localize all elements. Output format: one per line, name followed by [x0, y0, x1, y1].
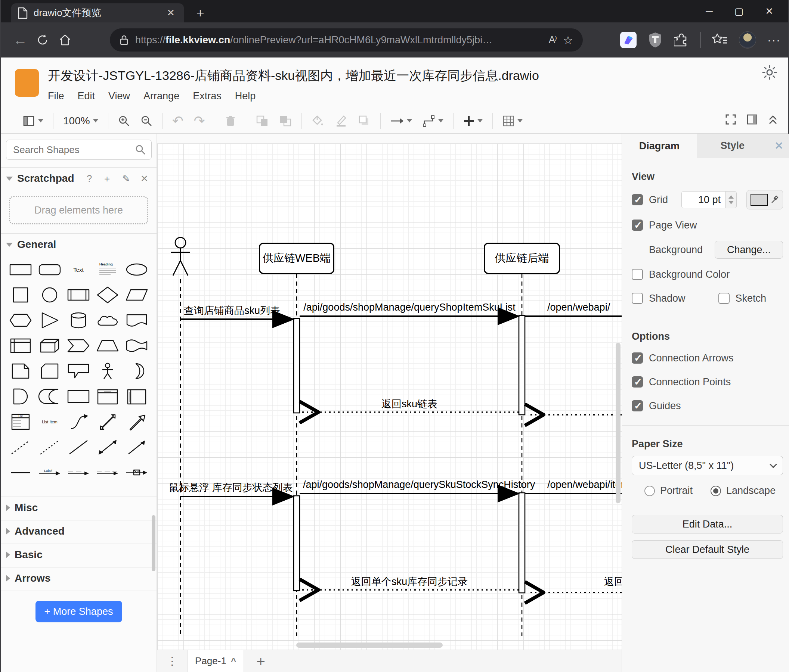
- window-close-button[interactable]: ✕: [765, 6, 773, 17]
- fill-color-button[interactable]: [311, 115, 324, 127]
- shape-link-labels[interactable]: [93, 462, 122, 484]
- label-return-sku-list[interactable]: 返回sku链表: [303, 397, 516, 411]
- insert-button[interactable]: [463, 115, 483, 127]
- fullscreen-button[interactable]: [725, 113, 737, 126]
- connection-arrows-checkbox[interactable]: [632, 352, 643, 364]
- shape-diamond[interactable]: [93, 284, 122, 306]
- shape-step[interactable]: [64, 334, 93, 357]
- label-return-right[interactable]: 返回: [604, 575, 621, 588]
- shape-card[interactable]: [35, 360, 64, 382]
- view-panel-button[interactable]: [23, 115, 43, 127]
- waypoint-style-button[interactable]: [423, 115, 444, 127]
- to-back-button[interactable]: [279, 115, 292, 127]
- shape-callout[interactable]: [64, 360, 93, 382]
- scratchpad-help-icon[interactable]: ?: [84, 173, 95, 184]
- shape-link[interactable]: [64, 462, 93, 484]
- grid-size-stepper[interactable]: [725, 191, 737, 208]
- shape-container-vertical[interactable]: [122, 385, 151, 408]
- grid-checkbox[interactable]: [632, 194, 643, 205]
- shape-text[interactable]: Text: [64, 258, 93, 281]
- tampermonkey-icon[interactable]: [648, 32, 663, 48]
- maximize-button[interactable]: ▢: [735, 6, 744, 17]
- table-button[interactable]: [503, 115, 523, 127]
- grid-size-input[interactable]: [681, 191, 725, 208]
- actor-figure[interactable]: [171, 237, 190, 275]
- paper-size-select[interactable]: US-Letter (8,5" x 11"): [632, 456, 783, 475]
- section-basic[interactable]: Basic: [1, 544, 157, 565]
- sidebar-scrollbar[interactable]: [152, 515, 155, 571]
- shape-trapezoid[interactable]: [93, 334, 122, 357]
- canvas-horizontal-scrollbar[interactable]: [296, 642, 443, 648]
- shape-ellipse[interactable]: [122, 258, 151, 281]
- shape-rectangle[interactable]: [6, 258, 35, 281]
- shape-or[interactable]: [122, 360, 151, 382]
- shape-two-way-arrow[interactable]: [93, 436, 122, 459]
- scratchpad-dropzone[interactable]: Drag elements here: [9, 196, 148, 225]
- search-icon[interactable]: [135, 144, 146, 155]
- participant-backend[interactable]: 供应链后端: [484, 243, 560, 274]
- line-color-button[interactable]: [335, 115, 347, 127]
- zoom-level-dropdown[interactable]: 100%: [63, 115, 98, 127]
- favorite-star-icon[interactable]: ☆: [563, 33, 573, 47]
- sketch-checkbox[interactable]: [719, 293, 730, 304]
- shape-rounded-rectangle[interactable]: [35, 258, 64, 281]
- home-button[interactable]: [54, 29, 76, 51]
- connection-points-checkbox[interactable]: [632, 376, 643, 387]
- participant-web[interactable]: 供应链WEB端: [259, 243, 334, 274]
- grid-color-button[interactable]: [746, 190, 783, 209]
- shape-message-arrow[interactable]: [122, 462, 151, 484]
- tab-diagram[interactable]: Diagram: [622, 134, 697, 158]
- shape-dotted-line[interactable]: [35, 436, 64, 459]
- background-color-checkbox[interactable]: [632, 269, 643, 280]
- more-shapes-button[interactable]: + More Shapes: [35, 601, 122, 623]
- shape-list-item[interactable]: List Item: [35, 411, 64, 433]
- label-query-sku-list[interactable]: 查询店铺商品sku列表: [172, 304, 292, 317]
- new-tab-button[interactable]: ＋: [192, 5, 208, 21]
- shape-arrow-with-label[interactable]: Label: [35, 462, 64, 484]
- delete-button[interactable]: [225, 115, 236, 127]
- menu-edit[interactable]: Edit: [78, 90, 95, 102]
- add-page-button[interactable]: ＋: [244, 650, 278, 672]
- scratchpad-header[interactable]: Scratchpad ? ＋ ✎ ✕: [1, 168, 157, 189]
- shape-triangle[interactable]: [35, 309, 64, 331]
- menu-view[interactable]: View: [109, 90, 130, 102]
- search-input[interactable]: [6, 140, 152, 160]
- shape-internal-storage[interactable]: [6, 334, 35, 357]
- read-aloud-icon[interactable]: A⁾: [548, 34, 556, 46]
- zoom-in-button[interactable]: [118, 115, 130, 127]
- shape-circle[interactable]: [35, 284, 64, 306]
- shape-dashed-line[interactable]: [6, 436, 35, 459]
- section-misc[interactable]: Misc: [1, 497, 157, 519]
- return-messages[interactable]: [302, 412, 621, 592]
- section-arrows[interactable]: Arrows: [1, 567, 157, 589]
- clear-default-style-button[interactable]: Clear Default Style: [632, 540, 783, 559]
- shape-heading[interactable]: Heading: [93, 258, 122, 281]
- scratchpad-close-icon[interactable]: ✕: [137, 173, 151, 184]
- shape-hexagon[interactable]: [6, 309, 35, 331]
- shape-parallelogram[interactable]: [122, 284, 151, 306]
- theme-sun-icon[interactable]: [761, 64, 778, 81]
- shape-directional-arrow[interactable]: [122, 436, 151, 459]
- shape-actor[interactable]: [93, 360, 122, 382]
- page-view-checkbox[interactable]: [632, 220, 643, 231]
- page-tab[interactable]: Page-1 ^: [187, 650, 244, 672]
- menu-arrange[interactable]: Arrange: [144, 90, 179, 102]
- redo-button[interactable]: ↷: [194, 113, 205, 129]
- tab-style[interactable]: Style: [697, 134, 768, 158]
- shape-cloud[interactable]: [93, 309, 122, 331]
- label-open-webapi-2[interactable]: /open/webapi/item: [547, 479, 621, 490]
- canvas-vertical-scrollbar[interactable]: [616, 343, 621, 503]
- shape-horizontal-line[interactable]: [6, 462, 35, 484]
- shape-container-title[interactable]: [93, 385, 122, 408]
- menu-extras[interactable]: Extras: [193, 90, 222, 102]
- label-api-querySkuStockSyncHistory[interactable]: /api/goods/shopManage/querySkuStockSyncH…: [303, 479, 516, 490]
- portrait-radio[interactable]: [644, 486, 655, 496]
- undo-button[interactable]: ↶: [172, 113, 184, 129]
- menu-help[interactable]: Help: [235, 90, 256, 102]
- shape-line[interactable]: [64, 436, 93, 459]
- shape-cylinder[interactable]: [64, 309, 93, 331]
- menu-file[interactable]: File: [48, 90, 64, 102]
- edit-data-button[interactable]: Edit Data...: [632, 515, 783, 533]
- more-menu-icon[interactable]: ···: [767, 33, 781, 46]
- label-return-single-sku[interactable]: 返回单个sku库存同步记录: [303, 575, 516, 588]
